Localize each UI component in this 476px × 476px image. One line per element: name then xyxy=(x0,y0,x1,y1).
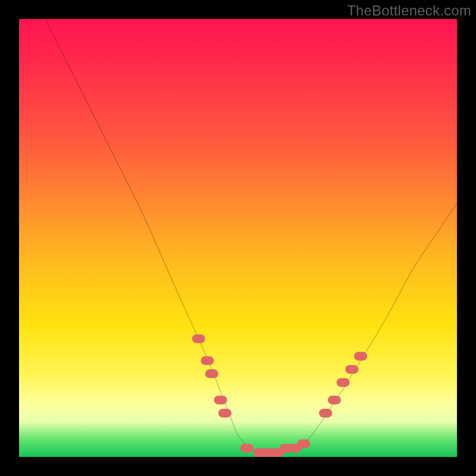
curve-line xyxy=(45,19,457,453)
marker-dot xyxy=(218,409,231,418)
marker-dot xyxy=(345,365,358,374)
marker-points xyxy=(192,334,367,457)
plot-area xyxy=(19,19,457,457)
marker-dot xyxy=(205,369,218,378)
chart-svg xyxy=(19,19,457,457)
watermark-text: TheBottleneck.com xyxy=(347,2,471,19)
marker-dot xyxy=(337,378,350,387)
marker-dot xyxy=(319,409,332,418)
marker-dot xyxy=(201,356,214,365)
marker-dot xyxy=(354,352,367,361)
marker-dot xyxy=(192,334,205,343)
marker-dot xyxy=(297,440,310,449)
chart-frame: TheBottleneck.com xyxy=(0,0,476,476)
marker-dot xyxy=(214,396,227,405)
marker-dot xyxy=(328,396,341,405)
marker-dot xyxy=(240,444,253,453)
